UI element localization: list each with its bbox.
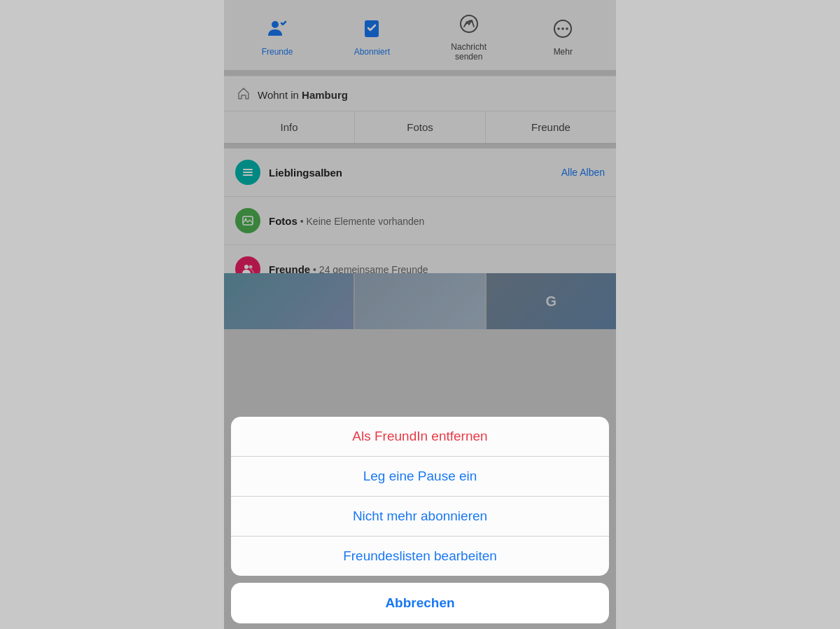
edit-list-button[interactable]: Freundeslisten bearbeiten (231, 537, 609, 576)
remove-friend-button[interactable]: Als FreundIn entfernen (231, 417, 609, 457)
action-sheet: Als FreundIn entfernen Leg eine Pause ei… (231, 417, 609, 629)
action-sheet-main: Als FreundIn entfernen Leg eine Pause ei… (231, 417, 609, 576)
cancel-button[interactable]: Abbrechen (231, 583, 609, 623)
action-sheet-cancel: Abbrechen (231, 583, 609, 623)
take-break-button[interactable]: Leg eine Pause ein (231, 457, 609, 497)
unsubscribe-button[interactable]: Nicht mehr abonnieren (231, 497, 609, 537)
